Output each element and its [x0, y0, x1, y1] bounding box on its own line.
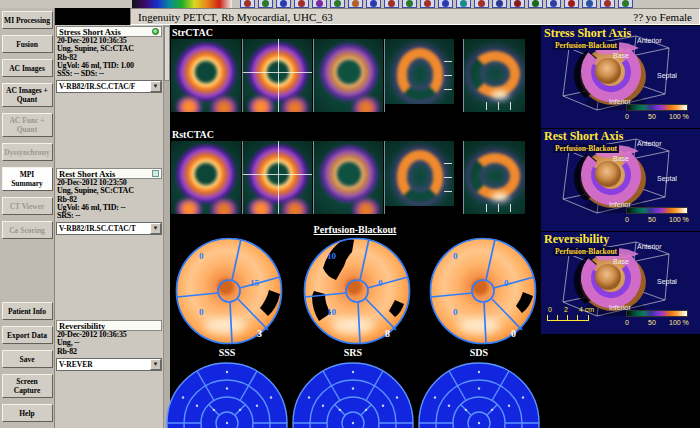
- territory-score: 0: [199, 307, 204, 317]
- toolbar-icon[interactable]: [546, 0, 561, 8]
- toolbar-icon[interactable]: [330, 0, 345, 8]
- toolbar-icon[interactable]: [492, 0, 507, 8]
- row-divider: [455, 39, 463, 112]
- chevron-down-icon[interactable]: [150, 81, 161, 92]
- rest-scores: SRS: --: [56, 212, 162, 220]
- toolbar-icon[interactable]: [618, 0, 633, 8]
- toolbar-icon[interactable]: [420, 0, 435, 8]
- rest-short-axis-mid-image[interactable]: [242, 141, 312, 214]
- toolbar-icon[interactable]: [582, 0, 597, 8]
- rest-short-axis-apical-image[interactable]: [171, 141, 241, 214]
- rest-vertical-long-axis-image[interactable]: [384, 141, 454, 214]
- stress-series-title: Stress Short Axis: [59, 27, 121, 37]
- ruler-tick-label: 4 cm: [579, 306, 594, 313]
- reversibility-3d-subtitle: Perfusion-Blackout: [553, 247, 619, 256]
- sidebar-item-dyssynchrony: Dyssynchrony: [2, 143, 53, 161]
- patient-info-button[interactable]: Patient Info: [2, 302, 53, 320]
- stress-short-axis-basal-image[interactable]: [313, 39, 383, 112]
- colormap-swatch-icon[interactable]: [132, 0, 232, 8]
- toolbar-icon[interactable]: [402, 0, 417, 8]
- stress-vertical-long-axis-image[interactable]: [384, 39, 454, 112]
- toolbar-icon[interactable]: [456, 0, 471, 8]
- save-button[interactable]: Save: [2, 350, 53, 368]
- rest-series-dropdown[interactable]: V-RB82/IR.SC.CTAC/T: [56, 222, 162, 235]
- toolbar-icon[interactable]: [366, 0, 381, 8]
- reversibility-3d-panel: Reversibility Perfusion-Blackout Anterio…: [541, 232, 700, 334]
- territory-score: 0: [453, 251, 458, 261]
- anterior-axis-label: Anterior: [637, 37, 662, 44]
- help-button[interactable]: Help: [2, 404, 53, 422]
- toolbar-icon[interactable]: [258, 0, 273, 8]
- study-title: Ingenuity PETCT, Rb Myocardial, UHC_63: [138, 11, 633, 23]
- rest-polar-map: 10 0 10 8: [302, 236, 412, 346]
- stress-short-axis-apical-image[interactable]: [171, 39, 241, 112]
- toolbar-icon[interactable]: [564, 0, 579, 8]
- sidebar-item-mi-processing[interactable]: MI Processing: [2, 11, 53, 29]
- chevron-down-icon[interactable]: [150, 223, 161, 234]
- toolbar-icon-row: [240, 0, 636, 8]
- total-score: 3: [257, 328, 262, 339]
- reversibility-polar-map: 0 0 0 0: [428, 236, 538, 346]
- toolbar-spacer: [0, 0, 132, 8]
- toolbar-icon[interactable]: [438, 0, 453, 8]
- stress-horizontal-long-axis-image[interactable]: [463, 39, 525, 112]
- rest-short-axis-basal-image[interactable]: [313, 141, 383, 214]
- scale-max: 100 %: [669, 216, 689, 223]
- stress-3d-panel: Stress Short Axis Perfusion-Blackout Ant…: [541, 26, 700, 128]
- toolbar-icon[interactable]: [276, 0, 291, 8]
- toolbar-icon[interactable]: [474, 0, 489, 8]
- sidebar-item-ac-func-quant: AC Func + Quant: [2, 113, 53, 137]
- reversibility-series-title: Reversibility: [59, 321, 105, 331]
- sds-label: SDS: [417, 347, 541, 358]
- color-scale-bar: [626, 310, 688, 317]
- scale-mid: 50: [648, 113, 656, 120]
- scale-mid: 50: [648, 216, 656, 223]
- toolbar-icon[interactable]: [600, 0, 615, 8]
- total-score: 8: [385, 328, 390, 339]
- vessel-territory-overlay: [174, 236, 284, 346]
- sss-segment-map: [165, 361, 289, 428]
- chevron-down-icon[interactable]: [150, 359, 161, 370]
- sidebar-item-ac-images[interactable]: AC Images: [2, 59, 53, 77]
- toolbar-icon[interactable]: [528, 0, 543, 8]
- stress-series-dropdown[interactable]: V-RB82/IR.SC.CTAC/F: [56, 80, 162, 93]
- top-toolbar: [0, 0, 700, 8]
- rest-series-dropdown-value: V-RB82/IR.SC.CTAC/T: [59, 224, 136, 233]
- sss-label: SSS: [165, 347, 289, 358]
- stress-polar-map: 0 15 0 3: [174, 236, 284, 346]
- export-data-button[interactable]: Export Data: [2, 326, 53, 344]
- sidebar-item-ac-images-quant[interactable]: AC Images + Quant: [2, 83, 53, 107]
- anterior-axis-label: Anterior: [637, 243, 662, 250]
- rest-3d-subtitle: Perfusion-Blackout: [553, 144, 619, 153]
- septal-axis-label: Septal: [657, 72, 677, 79]
- toolbar-icon[interactable]: [510, 0, 525, 8]
- stress-series-dropdown-value: V-RB82/IR.SC.CTAC/F: [59, 82, 135, 91]
- srs-label: SRS: [291, 347, 415, 358]
- sidebar-item-mpi-summary[interactable]: MPI Summary: [2, 167, 53, 191]
- toolbar-icon[interactable]: [348, 0, 363, 8]
- ruler-tick-label: 0: [548, 306, 552, 313]
- rest-horizontal-long-axis-image[interactable]: [463, 141, 525, 214]
- reversibility-series-dropdown[interactable]: V-REVER: [56, 358, 162, 371]
- stress-series-panel: Stress Short Axis 20-Dec-2012 10:36:35 U…: [56, 26, 162, 93]
- stress-short-axis-mid-image[interactable]: [242, 39, 312, 112]
- septal-axis-label: Septal: [657, 175, 677, 182]
- territory-score: 10: [327, 307, 336, 317]
- territory-score: 0: [453, 307, 458, 317]
- main-viewer: StrCTAC RstCTAC: [170, 25, 540, 428]
- stress-3d-subtitle: Perfusion-Blackout: [553, 41, 619, 50]
- reversibility-tracer: Rb-82: [56, 348, 162, 356]
- toolbar-icon[interactable]: [384, 0, 399, 8]
- toolbar-icon[interactable]: [312, 0, 327, 8]
- rest-3d-panel: Rest Short Axis Perfusion-Blackout Anter…: [541, 129, 700, 231]
- toolbar-icon[interactable]: [294, 0, 309, 8]
- toolbar-icon[interactable]: [240, 0, 255, 8]
- status-square-icon: [152, 170, 159, 177]
- vessel-territory-overlay: [302, 236, 412, 346]
- anterior-axis-label: Anterior: [637, 140, 662, 147]
- polar-section-title: Perfusion-Blackout: [170, 224, 540, 235]
- sidebar: MI Processing Fusion AC Images AC Images…: [0, 8, 55, 428]
- sidebar-item-fusion[interactable]: Fusion: [2, 35, 53, 53]
- srs-segment-map: [291, 361, 415, 428]
- screen-capture-button[interactable]: Screen Capture: [2, 374, 53, 398]
